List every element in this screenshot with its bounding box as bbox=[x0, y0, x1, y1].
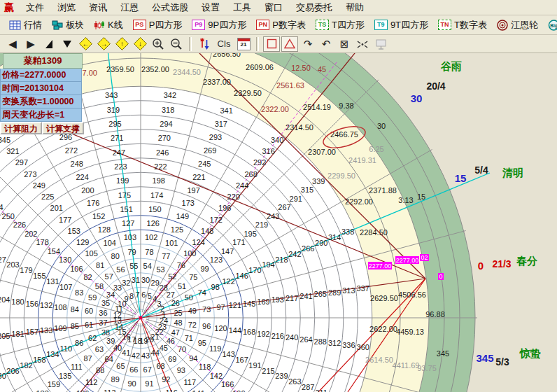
svg-text:218: 218 bbox=[275, 255, 288, 264]
svg-text:88: 88 bbox=[96, 366, 104, 374]
cls-button[interactable]: Cls bbox=[214, 36, 234, 52]
svg-text:春分: 春分 bbox=[516, 255, 537, 267]
menu-settings[interactable]: 设置 bbox=[200, 1, 221, 15]
svg-text:21/3: 21/3 bbox=[492, 258, 511, 270]
svg-text:02: 02 bbox=[421, 254, 428, 261]
rotate-back-icon bbox=[43, 38, 55, 50]
winner-wheel-button[interactable]: Big 赢家轮 bbox=[544, 18, 557, 33]
svg-text:53: 53 bbox=[156, 265, 164, 274]
pan-up-icon: ↑ bbox=[115, 36, 129, 51]
svg-text:2514.19: 2514.19 bbox=[303, 103, 331, 111]
prev-button[interactable]: ◀ bbox=[4, 36, 21, 52]
p9-square-button[interactable]: P9 9P四方形 bbox=[188, 18, 250, 33]
zoom-out-button[interactable] bbox=[168, 36, 185, 52]
svg-text:239: 239 bbox=[275, 372, 288, 380]
svg-text:2292.00: 2292.00 bbox=[345, 197, 373, 206]
price-arrows-icon bbox=[199, 38, 210, 50]
rotate-ccw-button[interactable]: ↶ bbox=[318, 36, 334, 52]
calc-support-button[interactable]: 计算支撑 bbox=[42, 122, 84, 134]
square-tool-button[interactable] bbox=[263, 36, 280, 52]
svg-text:112: 112 bbox=[85, 378, 98, 386]
zoom-in-icon bbox=[152, 38, 164, 50]
svg-text:119: 119 bbox=[209, 344, 222, 353]
svg-text:5: 5 bbox=[148, 292, 152, 300]
pan-down-button[interactable]: ↓ bbox=[132, 36, 148, 52]
svg-text:61: 61 bbox=[85, 321, 93, 329]
svg-text:149: 149 bbox=[176, 212, 189, 220]
svg-text:175: 175 bbox=[118, 191, 131, 200]
svg-text:79: 79 bbox=[127, 248, 136, 256]
menu-file[interactable]: 文件 bbox=[24, 1, 45, 15]
svg-text:177: 177 bbox=[59, 216, 71, 224]
zoom-in-button[interactable] bbox=[150, 36, 167, 52]
svg-text:142: 142 bbox=[210, 372, 223, 380]
svg-text:221: 221 bbox=[192, 173, 205, 181]
menu-window[interactable]: 窗口 bbox=[263, 1, 284, 15]
svg-text:98: 98 bbox=[211, 283, 220, 291]
delete-box-button[interactable]: ⊠ bbox=[336, 36, 353, 52]
svg-text:345: 345 bbox=[476, 352, 493, 364]
svg-text:4506.56: 4506.56 bbox=[398, 290, 426, 299]
gann-wheel-button[interactable]: 江恩轮 bbox=[493, 18, 542, 33]
menu-tools[interactable]: 工具 bbox=[232, 1, 253, 15]
menu-formula-stockpick[interactable]: 公式选股 bbox=[150, 1, 190, 15]
menu-help[interactable]: 帮助 bbox=[344, 1, 365, 15]
instrument-info-panel: 菜粕1309 价格=2277.0000 时间=20130104 变换系数=1.0… bbox=[0, 53, 84, 134]
svg-text:240: 240 bbox=[285, 333, 298, 342]
rotate-back-button[interactable] bbox=[41, 36, 57, 52]
svg-text:67: 67 bbox=[143, 365, 152, 374]
svg-text:45: 45 bbox=[318, 65, 326, 74]
svg-text:2561.63: 2561.63 bbox=[276, 81, 304, 90]
screen-button[interactable] bbox=[372, 36, 389, 52]
svg-text:338: 338 bbox=[341, 227, 354, 236]
svg-text:94: 94 bbox=[189, 354, 197, 363]
svg-text:109: 109 bbox=[54, 324, 66, 332]
converge-button[interactable] bbox=[354, 36, 371, 52]
menu-trade-order[interactable]: 交易委托 bbox=[295, 1, 334, 15]
rotate-forward-button[interactable] bbox=[59, 36, 76, 52]
kline-button[interactable]: K线 bbox=[90, 18, 127, 33]
svg-text:43: 43 bbox=[141, 351, 150, 360]
svg-text:151: 151 bbox=[120, 205, 132, 214]
blocks-button[interactable]: 板块 bbox=[48, 18, 87, 33]
t9-square-button[interactable]: T9 9T四方形 bbox=[371, 18, 432, 33]
pan-left-button[interactable]: ← bbox=[77, 36, 94, 52]
svg-text:70: 70 bbox=[178, 345, 186, 354]
step-row: 周天变化步长=1 bbox=[0, 108, 82, 122]
calc-resistance-button[interactable]: 计算阻力 bbox=[0, 122, 42, 134]
svg-text:55: 55 bbox=[129, 262, 138, 270]
svg-text:313: 313 bbox=[342, 286, 355, 295]
svg-text:249: 249 bbox=[33, 181, 45, 190]
svg-text:227: 227 bbox=[0, 255, 6, 264]
svg-text:2277.00: 2277.00 bbox=[369, 262, 392, 270]
triangle-tool-button[interactable] bbox=[281, 36, 298, 52]
menu-browse[interactable]: 浏览 bbox=[56, 1, 77, 15]
calendar-button[interactable]: 21 bbox=[235, 36, 252, 52]
svg-text:340: 340 bbox=[271, 136, 283, 144]
svg-text:122: 122 bbox=[222, 277, 234, 286]
p-square-button[interactable]: PS P四方形 bbox=[129, 18, 186, 33]
svg-text:125: 125 bbox=[171, 225, 183, 234]
svg-text:惊蛰: 惊蛰 bbox=[519, 347, 541, 359]
svg-text:65: 65 bbox=[116, 362, 125, 370]
p-number-table-button[interactable]: PN P数字表 bbox=[253, 18, 309, 33]
svg-text:222: 222 bbox=[154, 162, 167, 171]
svg-text:289: 289 bbox=[328, 288, 341, 297]
svg-text:9.38: 9.38 bbox=[339, 102, 353, 110]
pan-right-button[interactable]: → bbox=[95, 36, 112, 52]
svg-text:50: 50 bbox=[185, 293, 193, 302]
menu-gann[interactable]: 江恩 bbox=[119, 1, 140, 15]
svg-text:116: 116 bbox=[165, 388, 178, 392]
t-number-table-button[interactable]: TN T数字表 bbox=[435, 18, 491, 33]
svg-text:202: 202 bbox=[24, 230, 37, 238]
t-square-button[interactable]: TS T四方形 bbox=[312, 18, 368, 33]
next-button[interactable]: ▶ bbox=[22, 36, 39, 52]
invert-price-button[interactable] bbox=[196, 36, 213, 52]
svg-text:123: 123 bbox=[210, 255, 223, 264]
rotate-cw-button[interactable]: ↷ bbox=[299, 36, 316, 52]
quotes-button[interactable]: 行情 bbox=[6, 18, 45, 33]
menu-news[interactable]: 资讯 bbox=[87, 1, 108, 15]
pan-up-button[interactable]: ↑ bbox=[113, 36, 130, 52]
menu-bar: 赢 文件 浏览 资讯 江恩 公式选股 设置 工具 窗口 交易委托 帮助 bbox=[0, 0, 557, 15]
svg-text:292: 292 bbox=[253, 158, 266, 167]
